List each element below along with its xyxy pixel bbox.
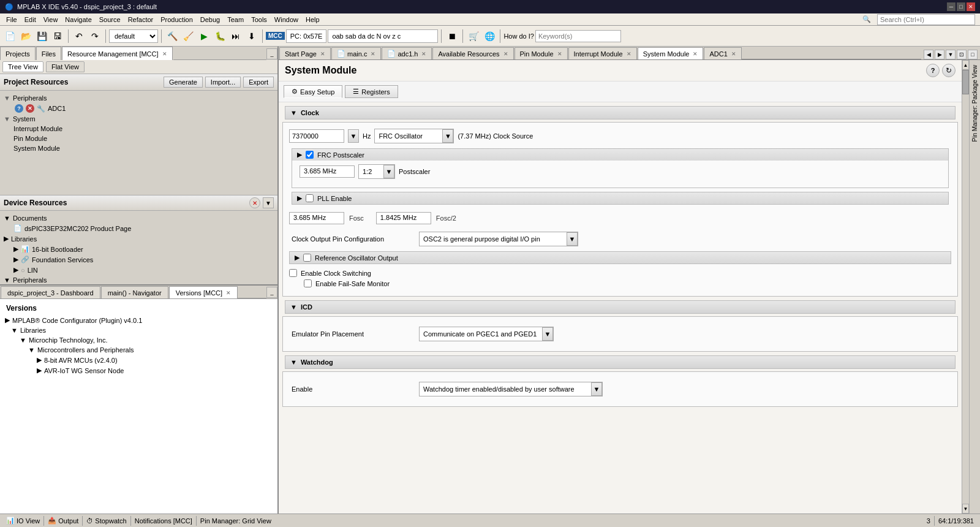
build-button[interactable]: 🔨 — [165, 29, 179, 44]
notifications-status[interactable]: Notifications [MCC] — [131, 517, 196, 525]
device-resources-clear-button[interactable]: ✕ — [249, 197, 260, 208]
lin-item[interactable]: ▶ ○ LIN — [12, 265, 275, 275]
documents-group[interactable]: ▼ Documents — [2, 213, 275, 223]
close-pin-module-icon[interactable]: ✕ — [557, 51, 562, 57]
undo-button[interactable]: ↶ — [72, 29, 86, 44]
frequency-dropdown-arrow[interactable]: ▼ — [348, 129, 359, 143]
import-button[interactable]: Import... — [205, 77, 241, 88]
help-button[interactable]: ? — [926, 64, 940, 77]
icd-section-header[interactable]: ▼ ICD — [285, 300, 956, 314]
stopwatch-status[interactable]: ⏱ Stopwatch — [83, 517, 130, 525]
restore-button[interactable]: ⊡ — [957, 50, 967, 59]
device-resources-expand-button[interactable]: ▼ — [263, 197, 274, 208]
interrupt-module-item[interactable]: Interrupt Module — [12, 124, 275, 134]
save-button[interactable]: 💾 — [34, 29, 49, 44]
output-status[interactable]: 📤 Output — [44, 517, 82, 525]
open-button[interactable]: 📂 — [18, 29, 33, 44]
configuration-dropdown[interactable]: default — [109, 29, 158, 43]
tab-scroll-right-button[interactable]: ▶ — [935, 50, 944, 59]
scroll-down-button[interactable]: ▼ — [962, 504, 969, 514]
microchip-item[interactable]: ▼ Microchip Technology, Inc. — [2, 335, 275, 345]
tab-menu-button[interactable]: ▼ — [946, 50, 956, 59]
tab-system-module[interactable]: System Module ✕ — [638, 47, 704, 59]
browser-button[interactable]: 🌐 — [482, 29, 497, 44]
mcc-plugin-item[interactable]: ▶ MPLAB® Code Configurator (Plugin) v4.0… — [2, 315, 275, 325]
postscaler-dropdown-button[interactable]: ▼ — [383, 165, 394, 178]
close-adc1-icon[interactable]: ✕ — [731, 51, 736, 57]
menu-navigate[interactable]: Navigate — [61, 15, 95, 24]
dev-peripherals-group[interactable]: ▼ Peripherals — [2, 275, 275, 284]
right-scrollbar[interactable]: ▲ ▼ — [962, 60, 969, 514]
debug-button[interactable]: 🐛 — [213, 29, 227, 44]
cart-button[interactable]: 🛒 — [466, 29, 481, 44]
menu-production[interactable]: Production — [157, 15, 197, 24]
tab-adc1-h[interactable]: 📄 adc1.h ✕ — [382, 47, 432, 59]
frc-postscaler-header[interactable]: ▶ FRC Postscaler — [292, 149, 948, 161]
menu-window[interactable]: Window — [271, 15, 302, 24]
tab-scroll-left-button[interactable]: ◀ — [924, 50, 933, 59]
clock-section-header[interactable]: ▼ Clock — [285, 106, 956, 119]
export-button[interactable]: Export — [243, 77, 274, 88]
registers-tab[interactable]: ☰ Registers — [345, 85, 398, 98]
system-group[interactable]: ▼ System — [2, 114, 275, 124]
menu-view[interactable]: View — [40, 15, 62, 24]
minimize-bottom-button[interactable]: _ — [266, 287, 277, 298]
bootloader-item[interactable]: ▶ 📊 16-bit Bootloader — [12, 244, 275, 254]
pll-enable-checkbox[interactable] — [306, 194, 314, 202]
failsafe-checkbox[interactable] — [304, 279, 312, 287]
system-module-item[interactable]: System Module — [12, 143, 275, 153]
close-system-module-icon[interactable]: ✕ — [693, 51, 698, 57]
menu-file[interactable]: File — [2, 15, 21, 24]
tab-pin-module[interactable]: Pin Module ✕ — [514, 47, 568, 59]
watchdog-section-header[interactable]: ▼ Watchdog — [285, 355, 956, 369]
menu-team[interactable]: Team — [224, 15, 247, 24]
close-start-page-icon[interactable]: ✕ — [320, 51, 325, 57]
foundation-item[interactable]: ▶ 🔗 Foundation Services — [12, 254, 275, 265]
watchdog-enable-dropdown-button[interactable]: ▼ — [591, 382, 602, 396]
clean-build-button[interactable]: 🧹 — [181, 29, 195, 44]
mcu-peripherals-item[interactable]: ▼ Microcontrollers and Peripherals — [2, 345, 275, 355]
peripherals-group[interactable]: ▼ Peripherals — [2, 93, 275, 103]
scroll-thumb[interactable] — [962, 70, 969, 94]
close-available-resources-icon[interactable]: ✕ — [503, 51, 508, 57]
tab-versions[interactable]: Versions [MCC] ✕ — [169, 286, 238, 298]
product-page-item[interactable]: 📄 dsPIC33EP32MC202 Product Page — [12, 223, 275, 233]
minimize-left-button[interactable]: _ — [266, 48, 277, 59]
clock-switching-checkbox[interactable] — [289, 269, 297, 277]
keyword-input[interactable] — [535, 30, 621, 42]
tab-available-resources[interactable]: Available Resources ✕ — [432, 47, 513, 59]
close-interrupt-module-icon[interactable]: ✕ — [627, 51, 631, 57]
tab-dashboard[interactable]: dspic_project_3 - Dashboard — [1, 286, 100, 298]
new-project-button[interactable]: 📄 — [2, 29, 17, 44]
reset-button[interactable]: ⏹ — [445, 29, 459, 44]
pll-enable-header[interactable]: ▶ PLL Enable — [292, 192, 948, 204]
tree-view-tab[interactable]: Tree View — [2, 61, 43, 72]
pin-manager-status[interactable]: Pin Manager: Grid View — [197, 517, 275, 525]
adc1-item[interactable]: ? ✕ 🔧 ADC1 — [12, 103, 275, 114]
close-versions-icon[interactable]: ✕ — [226, 290, 231, 296]
emulator-pin-dropdown-button[interactable]: ▼ — [542, 327, 553, 341]
frequency-input[interactable] — [289, 129, 344, 143]
io-view-status[interactable]: 📊 IO View — [2, 517, 43, 525]
menu-tools[interactable]: Tools — [247, 15, 271, 24]
tab-start-page[interactable]: Start Page ✕ — [279, 47, 331, 59]
maximize-content-button[interactable]: □ — [968, 50, 978, 59]
menu-refactor[interactable]: Refactor — [124, 15, 157, 24]
run-button[interactable]: ▶ — [197, 29, 211, 44]
frc-postscaler-checkbox[interactable] — [306, 151, 314, 159]
tab-adc1[interactable]: ADC1 ✕ — [704, 47, 741, 59]
redo-button[interactable]: ↷ — [88, 29, 102, 44]
maximize-button[interactable]: □ — [957, 2, 965, 11]
flat-view-tab[interactable]: Flat View — [46, 61, 85, 72]
reference-oscillator-checkbox[interactable] — [303, 254, 311, 262]
generate-button[interactable]: Generate — [164, 77, 203, 88]
libraries-ver-item[interactable]: ▼ Libraries — [2, 325, 275, 335]
tab-projects[interactable]: Projects — [0, 47, 36, 60]
package-view-label[interactable]: Pin Manager: Package View — [970, 63, 979, 144]
menu-edit[interactable]: Edit — [21, 15, 40, 24]
close-button[interactable]: ✕ — [967, 2, 975, 11]
close-resource-management-icon[interactable]: ✕ — [162, 51, 167, 57]
close-adc1-h-icon[interactable]: ✕ — [421, 51, 426, 57]
program-button[interactable]: ⬇ — [244, 29, 259, 44]
libraries-group[interactable]: ▶ Libraries — [2, 233, 275, 244]
